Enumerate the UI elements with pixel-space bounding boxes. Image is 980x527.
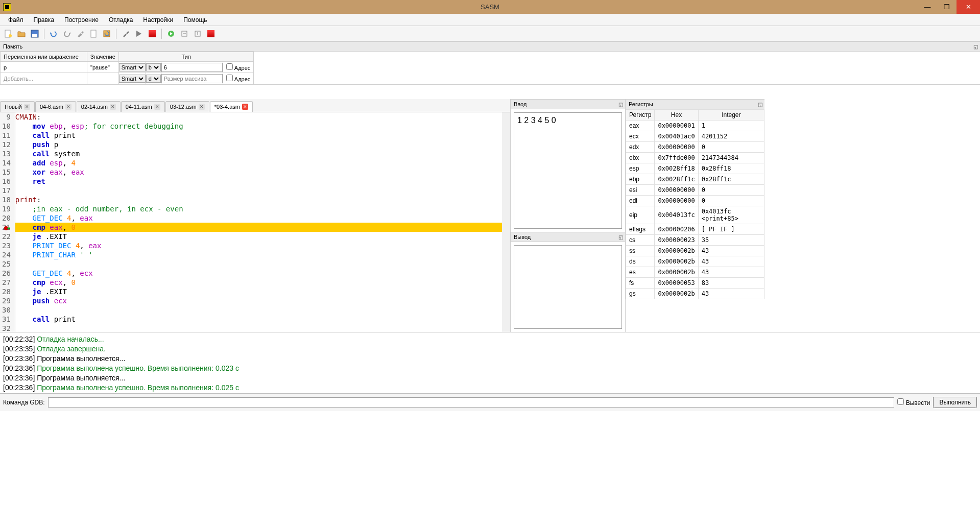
registers-panel-header: Регистры ◱ bbox=[626, 99, 764, 109]
close-icon[interactable]: ✕ bbox=[154, 104, 160, 110]
code-line[interactable]: call system bbox=[15, 149, 502, 158]
save-icon[interactable] bbox=[29, 28, 41, 40]
code-line[interactable]: PRINT_DEC 4, eax bbox=[15, 241, 502, 250]
memory-var-cell[interactable]: p bbox=[1, 62, 87, 73]
code-line[interactable]: PRINT_CHAR ' ' bbox=[15, 250, 502, 259]
editor-tab[interactable]: Новый✕ bbox=[0, 101, 35, 112]
memory-addr-checkbox[interactable]: Адрес bbox=[226, 76, 251, 82]
close-icon[interactable]: ✕ bbox=[199, 104, 205, 110]
code-line[interactable]: add esp, 4 bbox=[15, 158, 502, 167]
line-gutter: 9101112131415161718192021222324252627282… bbox=[0, 112, 15, 332]
debug-run-icon[interactable] bbox=[165, 28, 177, 40]
code-line[interactable]: je .EXIT bbox=[15, 287, 502, 296]
memory-val-cell: "pause" bbox=[87, 62, 119, 73]
menu-item[interactable]: Файл bbox=[3, 15, 29, 25]
hammer-icon[interactable] bbox=[119, 28, 132, 40]
memory-size-input[interactable] bbox=[161, 74, 223, 83]
code-line[interactable] bbox=[15, 305, 502, 315]
undock-icon[interactable]: ◱ bbox=[618, 234, 623, 240]
memory-unit-select[interactable]: d bbox=[146, 75, 161, 83]
breakpoint-icon[interactable] bbox=[4, 224, 10, 233]
code-line[interactable]: CMAIN: bbox=[15, 112, 502, 122]
gdb-input[interactable] bbox=[48, 397, 895, 408]
memory-add-cell[interactable]: Добавить... bbox=[1, 73, 87, 84]
code-line[interactable]: GET_DEC 4, eax bbox=[15, 213, 502, 223]
editor-tab[interactable]: 04-11.asm✕ bbox=[121, 101, 165, 112]
close-icon[interactable]: ✕ bbox=[110, 104, 116, 110]
editor-tab[interactable]: 03-12.asm✕ bbox=[165, 101, 209, 112]
undock-icon[interactable]: ◱ bbox=[973, 44, 978, 50]
reg-hex: 0x00000001 bbox=[655, 121, 698, 131]
menu-item[interactable]: Настройки bbox=[138, 15, 178, 25]
code-line[interactable]: ret bbox=[15, 177, 502, 186]
close-button[interactable]: ✕ bbox=[957, 0, 980, 14]
code-line[interactable]: push p bbox=[15, 140, 502, 149]
close-icon[interactable]: ✕ bbox=[242, 104, 248, 110]
gdb-exec-button[interactable]: Выполнить bbox=[933, 397, 977, 408]
app-icon bbox=[3, 3, 11, 11]
close-icon[interactable]: ✕ bbox=[24, 104, 30, 110]
menu-item[interactable]: Правка bbox=[29, 15, 60, 25]
reg-int: 0x4013fc <print+85> bbox=[698, 206, 764, 224]
build-icon[interactable] bbox=[74, 28, 86, 40]
step-over-icon[interactable] bbox=[178, 28, 190, 40]
stop-debug-icon[interactable] bbox=[205, 28, 217, 40]
reg-col-name: Регистр bbox=[626, 110, 655, 121]
editor-scrollbar[interactable] bbox=[502, 112, 510, 332]
run-icon[interactable] bbox=[133, 28, 145, 40]
reg-int: [ PF IF ] bbox=[698, 224, 764, 235]
open-icon[interactable] bbox=[15, 28, 28, 40]
code-line[interactable]: call print bbox=[15, 315, 502, 324]
code-line[interactable] bbox=[15, 186, 502, 195]
code-line[interactable]: je .EXIT bbox=[15, 232, 502, 241]
undock-icon[interactable]: ◱ bbox=[758, 102, 762, 107]
close-icon[interactable]: ✕ bbox=[65, 104, 71, 110]
editor-tab[interactable]: 04-6.asm✕ bbox=[35, 101, 76, 112]
memory-unit-select[interactable]: b bbox=[146, 63, 161, 71]
maximize-button[interactable]: ❐ bbox=[937, 0, 957, 14]
page-icon[interactable] bbox=[87, 28, 100, 40]
code-line[interactable]: push ecx bbox=[15, 296, 502, 305]
register-row: ds0x0000002b43 bbox=[626, 256, 764, 267]
stop-icon[interactable] bbox=[146, 28, 158, 40]
reg-hex: 0x00000023 bbox=[655, 235, 698, 246]
code-line[interactable]: GET_DEC 4, ecx bbox=[15, 269, 502, 278]
code-line[interactable]: call print bbox=[15, 131, 502, 140]
reg-int: 43 bbox=[698, 289, 764, 299]
code-editor[interactable]: 9101112131415161718192021222324252627282… bbox=[0, 112, 510, 332]
code-line[interactable]: print: bbox=[15, 195, 502, 204]
memory-format-select[interactable]: Smart bbox=[119, 75, 146, 83]
code-line[interactable]: cmp ecx, 0 bbox=[15, 278, 502, 287]
memory-format-select[interactable]: Smart bbox=[119, 63, 146, 71]
reg-col-hex: Hex bbox=[655, 110, 698, 121]
register-row: edi0x000000000 bbox=[626, 196, 764, 206]
svg-rect-4 bbox=[91, 30, 96, 37]
gdb-print-checkbox[interactable]: Вывести bbox=[897, 398, 930, 406]
code-line[interactable] bbox=[15, 259, 502, 269]
editor-tab[interactable]: *03-4.asm✕ bbox=[210, 101, 253, 112]
code-line[interactable]: ;in eax - odd number, in ecx - even bbox=[15, 204, 502, 213]
code-line[interactable]: cmp eax, 0 bbox=[15, 223, 502, 232]
refresh-icon[interactable] bbox=[101, 28, 113, 40]
memory-addr-checkbox[interactable]: Адрес bbox=[226, 65, 251, 71]
output-box[interactable] bbox=[514, 245, 622, 329]
undock-icon[interactable]: ◱ bbox=[618, 102, 623, 107]
step-into-icon[interactable] bbox=[192, 28, 204, 40]
code-line[interactable]: mov ebp, esp; for correct debugging bbox=[15, 122, 502, 131]
memory-size-input[interactable] bbox=[161, 63, 223, 72]
menu-item[interactable]: Помощь bbox=[178, 15, 212, 25]
register-row: esp0x0028ff180x28ff18 bbox=[626, 163, 764, 174]
code-line[interactable]: xor eax, eax bbox=[15, 167, 502, 177]
input-box[interactable]: 1 2 3 4 5 0 bbox=[514, 112, 622, 229]
menu-item[interactable]: Построение bbox=[59, 15, 104, 25]
menu-item[interactable]: Отладка bbox=[104, 15, 138, 25]
memory-col-variable: Переменная или выражение bbox=[1, 52, 87, 62]
new-file-icon[interactable] bbox=[2, 28, 14, 40]
reg-hex: 0x0028ff1c bbox=[655, 174, 698, 185]
redo-icon[interactable] bbox=[61, 28, 73, 40]
undo-icon[interactable] bbox=[47, 28, 60, 40]
editor-tab[interactable]: 02-14.asm✕ bbox=[77, 101, 121, 112]
code-line[interactable] bbox=[15, 324, 502, 332]
minimize-button[interactable]: — bbox=[918, 0, 937, 14]
code-area[interactable]: CMAIN: mov ebp, esp; for correct debuggi… bbox=[15, 112, 502, 332]
